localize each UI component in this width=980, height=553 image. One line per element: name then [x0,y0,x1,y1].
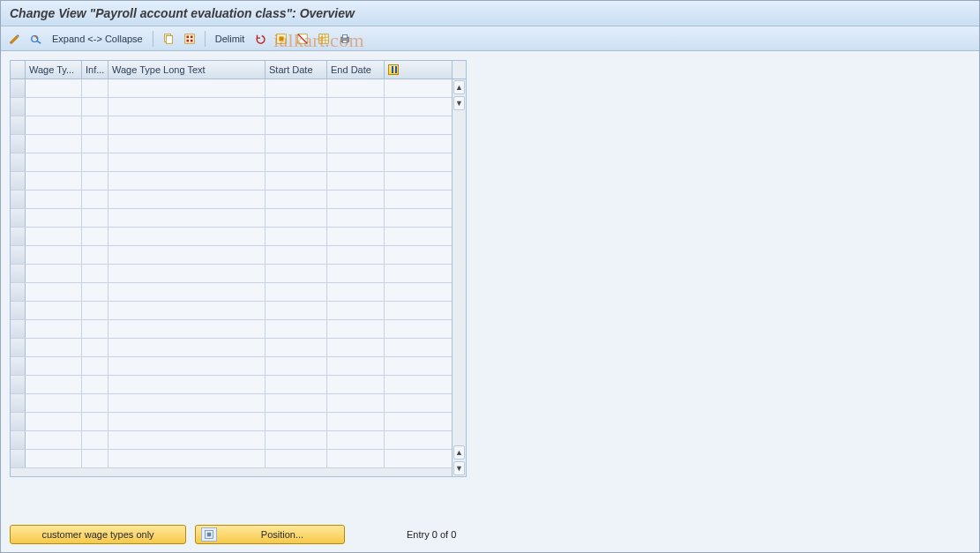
undo-icon[interactable] [251,30,269,48]
other-view-icon[interactable] [27,30,45,48]
cell-wage-type-long[interactable] [108,320,266,338]
cell-start-date[interactable] [266,79,327,97]
table-row[interactable] [11,265,452,283]
select-block-icon[interactable] [273,30,290,48]
cell-inf[interactable] [82,376,108,393]
cell-end-date[interactable] [327,209,385,227]
vertical-scrollbar[interactable]: ▲ ▼ ▲ ▼ [452,61,466,476]
cell-wage-type[interactable] [26,450,82,467]
cell-inf[interactable] [82,394,108,412]
table-row[interactable] [11,135,452,153]
cell-start-date[interactable] [266,98,327,116]
cell-start-date[interactable] [266,135,327,153]
column-selector[interactable] [11,61,26,78]
table-row[interactable] [11,209,452,228]
row-selector[interactable] [11,246,26,264]
cell-wage-type[interactable] [26,339,82,356]
table-row[interactable] [11,431,452,450]
table-row[interactable] [11,191,452,209]
row-selector[interactable] [11,283,26,301]
cell-inf[interactable] [82,246,108,264]
cell-start-date[interactable] [266,394,327,412]
cell-wage-type-long[interactable] [108,172,266,190]
table-row[interactable] [11,246,452,265]
cell-end-date[interactable] [327,135,385,153]
table-settings-icon[interactable] [315,30,333,48]
cell-inf[interactable] [82,228,108,245]
cell-start-date[interactable] [266,431,327,449]
cell-end-date[interactable] [327,98,385,116]
cell-wage-type[interactable] [26,320,82,338]
cell-start-date[interactable] [266,357,327,375]
cell-end-date[interactable] [327,431,385,449]
cell-start-date[interactable] [266,376,327,393]
cell-wage-type-long[interactable] [108,450,266,467]
cell-end-date[interactable] [327,302,385,319]
cell-wage-type[interactable] [26,191,82,208]
cell-wage-type[interactable] [26,357,82,375]
cell-inf[interactable] [82,265,108,282]
table-row[interactable] [11,228,452,246]
cell-inf[interactable] [82,339,108,356]
scrollbar-track[interactable] [453,111,466,445]
row-selector[interactable] [11,376,26,393]
row-selector[interactable] [11,209,26,227]
cell-inf[interactable] [82,413,108,430]
cell-wage-type-long[interactable] [108,209,266,227]
cell-wage-type-long[interactable] [108,394,266,412]
cell-end-date[interactable] [327,191,385,208]
column-start-date[interactable]: Start Date [266,61,327,78]
row-selector[interactable] [11,191,26,208]
cell-wage-type[interactable] [26,283,82,301]
cell-end-date[interactable] [327,153,385,171]
row-selector[interactable] [11,172,26,190]
cell-inf[interactable] [82,153,108,171]
cell-start-date[interactable] [266,413,327,430]
cell-start-date[interactable] [266,339,327,356]
cell-start-date[interactable] [266,320,327,338]
row-selector[interactable] [11,79,26,97]
cell-inf[interactable] [82,135,108,153]
table-row[interactable] [11,413,452,431]
cell-end-date[interactable] [327,172,385,190]
table-row[interactable] [11,339,452,357]
cell-wage-type[interactable] [26,376,82,393]
cell-wage-type[interactable] [26,394,82,412]
column-inf[interactable]: Inf... [82,61,108,78]
cell-wage-type[interactable] [26,135,82,153]
row-selector[interactable] [11,413,26,430]
cell-wage-type[interactable] [26,79,82,97]
cell-wage-type[interactable] [26,246,82,264]
cell-wage-type[interactable] [26,172,82,190]
cell-wage-type-long[interactable] [108,79,266,97]
print-icon[interactable] [336,30,354,48]
cell-wage-type-long[interactable] [108,265,266,282]
table-row[interactable] [11,116,452,135]
cell-inf[interactable] [82,98,108,116]
scroll-up-one-icon[interactable]: ▲ [453,445,465,460]
row-selector[interactable] [11,320,26,338]
position-button[interactable]: Position... [195,525,345,544]
table-row[interactable] [11,450,452,468]
cell-inf[interactable] [82,79,108,97]
row-selector[interactable] [11,98,26,116]
cell-end-date[interactable] [327,116,385,134]
cell-wage-type[interactable] [26,98,82,116]
cell-start-date[interactable] [266,265,327,282]
scroll-up-icon[interactable]: ▲ [453,80,465,94]
cell-wage-type-long[interactable] [108,431,266,449]
cell-wage-type-long[interactable] [108,228,266,245]
cell-start-date[interactable] [266,283,327,301]
row-selector[interactable] [11,265,26,282]
table-row[interactable] [11,172,452,191]
table-row[interactable] [11,153,452,172]
cell-wage-type-long[interactable] [108,98,266,116]
cell-wage-type-long[interactable] [108,191,266,208]
cell-inf[interactable] [82,209,108,227]
cell-end-date[interactable] [327,320,385,338]
cell-end-date[interactable] [327,265,385,282]
configure-columns-button[interactable] [385,61,402,78]
cell-end-date[interactable] [327,228,385,245]
cell-inf[interactable] [82,320,108,338]
expand-collapse-label[interactable]: Expand <-> Collapse [49,34,146,44]
